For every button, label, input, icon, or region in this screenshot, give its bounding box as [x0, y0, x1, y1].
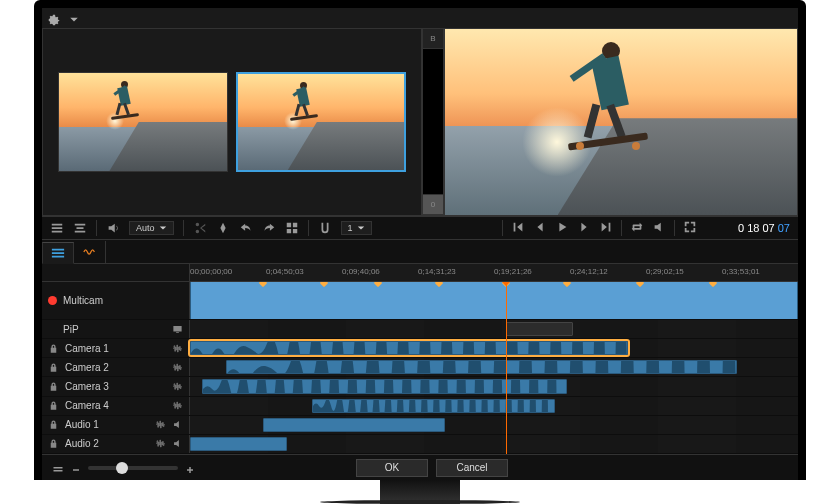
- track-lane[interactable]: [190, 416, 798, 434]
- expand-icon[interactable]: [683, 220, 697, 234]
- toolbar: Auto 1: [42, 216, 798, 240]
- tab-audio[interactable]: [74, 241, 106, 263]
- clip-camera3[interactable]: [202, 379, 567, 393]
- redo-icon[interactable]: [262, 221, 276, 235]
- zoom-controls: [52, 462, 196, 474]
- list-icon[interactable]: [50, 221, 64, 235]
- sync-mode-label: Auto: [136, 223, 155, 233]
- clip-camera4[interactable]: [312, 399, 555, 413]
- program-monitor[interactable]: [444, 28, 798, 216]
- track-camera3: Camera 3: [42, 377, 798, 396]
- clip-audio2[interactable]: [190, 437, 287, 451]
- waveform-icon[interactable]: [155, 438, 166, 449]
- timeline-body: Multicam PiP Camera 1: [42, 282, 798, 454]
- timecode-display: 0 18 07 07: [738, 222, 790, 235]
- grid-icon[interactable]: [285, 221, 299, 235]
- mute-icon[interactable]: [172, 438, 183, 449]
- angle-1[interactable]: 1: [58, 72, 228, 172]
- waveform-icon[interactable]: [172, 362, 183, 373]
- track-header: PiP: [42, 320, 190, 338]
- app-screen: 1 2 B 0: [42, 8, 798, 480]
- track-audio2: Audio 2: [42, 435, 798, 454]
- source-angles-panel: 1 2: [42, 28, 422, 216]
- zoom-thumb[interactable]: [116, 462, 128, 474]
- sync-mode-select[interactable]: Auto: [129, 221, 174, 235]
- track-label: Audio 1: [65, 419, 149, 430]
- track-header: Camera 1: [42, 339, 190, 357]
- track-multicam: Multicam: [42, 282, 798, 320]
- waveform-icon[interactable]: [155, 419, 166, 430]
- angle-2[interactable]: 2: [236, 72, 406, 172]
- screen-icon[interactable]: [172, 324, 183, 335]
- track-label: Multicam: [63, 295, 103, 306]
- zoom-slider[interactable]: [88, 466, 178, 470]
- waveform-icon[interactable]: [172, 400, 183, 411]
- zoom-in-icon[interactable]: [184, 462, 196, 474]
- pip-lane[interactable]: [190, 320, 798, 338]
- timeline-ruler[interactable]: 00;00;00;00 0;04;50;03 0;09;40;06 0;14;3…: [42, 264, 798, 282]
- lock-icon[interactable]: [48, 381, 59, 392]
- counter-value: 1: [348, 223, 353, 233]
- waveform-icon[interactable]: [172, 381, 183, 392]
- track-label: Camera 1: [65, 343, 166, 354]
- track-label: PiP: [63, 324, 166, 335]
- timeline-tabs: [42, 240, 798, 264]
- clip-camera2[interactable]: [226, 360, 737, 374]
- toolbar-left: Auto 1: [42, 220, 502, 236]
- speaker2-icon[interactable]: [652, 220, 666, 234]
- track-lane[interactable]: [190, 435, 798, 453]
- ok-button[interactable]: OK: [356, 459, 428, 477]
- lock-icon[interactable]: [48, 419, 59, 430]
- zoom-out-icon[interactable]: [70, 462, 82, 474]
- tab-tracks[interactable]: [42, 242, 74, 264]
- angle-thumb: [238, 74, 404, 170]
- marker-icon[interactable]: [216, 221, 230, 235]
- cut-icon[interactable]: [193, 221, 207, 235]
- angle-thumb: [59, 73, 227, 171]
- toolbar-right: 0 18 07 07: [502, 220, 798, 236]
- multicam-lane[interactable]: [190, 282, 798, 319]
- speaker-icon[interactable]: [106, 221, 120, 235]
- chevron-down-icon[interactable]: [68, 12, 80, 24]
- clip-camera1[interactable]: [190, 341, 628, 355]
- track-header: Audio 2: [42, 435, 190, 453]
- lock-icon[interactable]: [48, 343, 59, 354]
- track-label: Camera 3: [65, 381, 166, 392]
- clip-audio1[interactable]: [263, 418, 445, 432]
- footer: OK Cancel: [42, 454, 798, 480]
- align-icon[interactable]: [73, 221, 87, 235]
- strip-gap: [423, 49, 443, 195]
- play-icon[interactable]: [555, 220, 569, 234]
- track-lane[interactable]: [190, 358, 798, 376]
- track-audio1: Audio 1: [42, 416, 798, 435]
- pip-clip[interactable]: [506, 322, 573, 336]
- track-label: Camera 2: [65, 362, 166, 373]
- counter-select[interactable]: 1: [341, 221, 372, 235]
- record-dot-icon[interactable]: [48, 296, 57, 305]
- waveform-icon[interactable]: [172, 343, 183, 354]
- monitor-base: [320, 500, 520, 504]
- lock-icon[interactable]: [48, 400, 59, 411]
- go-start-icon[interactable]: [511, 220, 525, 234]
- step-back-icon[interactable]: [533, 220, 547, 234]
- timecode-frames: 07: [778, 222, 790, 234]
- collapse-tracks-icon[interactable]: [52, 462, 64, 474]
- gear-icon[interactable]: [48, 12, 60, 24]
- track-lane[interactable]: [190, 397, 798, 415]
- go-end-icon[interactable]: [599, 220, 613, 234]
- track-header: Camera 3: [42, 377, 190, 395]
- track-header: Camera 2: [42, 358, 190, 376]
- undo-icon[interactable]: [239, 221, 253, 235]
- track-lane[interactable]: [190, 339, 798, 357]
- track-lane[interactable]: [190, 377, 798, 395]
- step-fwd-icon[interactable]: [577, 220, 591, 234]
- track-camera2: Camera 2: [42, 358, 798, 377]
- strip-zero-label: 0: [423, 195, 443, 215]
- timecode-main: 0 18 07: [738, 222, 775, 234]
- mute-icon[interactable]: [172, 419, 183, 430]
- lock-icon[interactable]: [48, 362, 59, 373]
- loop-icon[interactable]: [630, 220, 644, 234]
- cancel-button[interactable]: Cancel: [436, 459, 508, 477]
- lock-icon[interactable]: [48, 438, 59, 449]
- snap-icon[interactable]: [318, 221, 332, 235]
